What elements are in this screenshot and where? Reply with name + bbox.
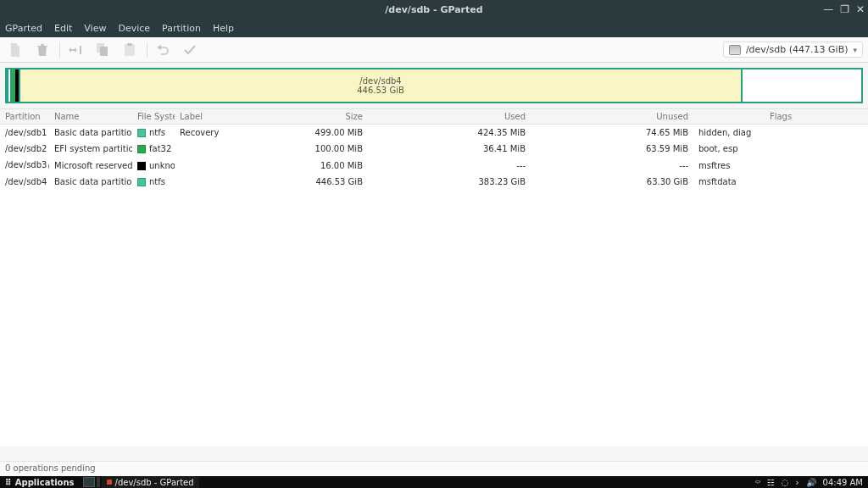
cell-filesystem: fat32 [132, 141, 175, 156]
applications-menu-button[interactable]: ⠿ Applications [0, 478, 80, 487]
new-partition-button[interactable] [5, 40, 25, 60]
delete-partition-button[interactable] [32, 40, 53, 60]
network-icon[interactable]: ☷ [767, 478, 775, 487]
bluetooth-icon[interactable]: ⌔ [755, 478, 760, 487]
cell-label: Recovery [175, 125, 222, 140]
taskbar-task-label: /dev/sdb - GParted [115, 478, 194, 487]
show-desktop-button[interactable] [83, 477, 95, 487]
resize-move-button[interactable] [65, 40, 86, 60]
cell-partition: /dev/sdb2 [0, 141, 49, 156]
taskbar-separator [97, 477, 100, 487]
toolbar-separator [147, 42, 147, 58]
graph-main-size: 446.53 GiB [357, 86, 404, 95]
header-name[interactable]: Name [49, 109, 132, 124]
cell-partition: /dev/sdb1 [0, 125, 49, 140]
cell-partition: /dev/sdb3! [0, 158, 49, 173]
status-text: 0 operations pending [5, 463, 96, 473]
menu-bar: GParted Edit View Device Partition Help [0, 19, 868, 37]
partition-table-body: /dev/sdb1Basic data partitionntfsRecover… [0, 125, 868, 446]
cell-used: 36.41 MiB [368, 141, 531, 156]
header-flags[interactable]: Flags [693, 109, 868, 124]
cell-name: Basic data partition [49, 125, 132, 140]
menu-help[interactable]: Help [213, 23, 234, 34]
desktop-taskbar: ⠿ Applications /dev/sdb - GParted ⌔ ☷ ◌ … [0, 476, 868, 488]
graph-seg-unallocated[interactable] [743, 69, 861, 102]
cell-filesystem: ntfs [132, 125, 175, 140]
hard-drive-icon [729, 45, 741, 55]
copy-partition-button[interactable] [92, 40, 113, 60]
cell-label [175, 147, 222, 152]
copy-icon [97, 43, 108, 57]
gparted-app-icon [107, 480, 112, 485]
svg-rect-2 [125, 44, 135, 56]
cell-name: Basic data partition [49, 175, 132, 189]
power-icon[interactable]: › [796, 478, 799, 487]
filesystem-swatch [137, 178, 146, 186]
paste-partition-button[interactable] [120, 40, 140, 60]
chevron-down-icon: ▾ [853, 46, 857, 54]
cell-size: 499.00 MiB [222, 125, 368, 140]
window-title: /dev/sdb - GParted [385, 4, 482, 15]
filesystem-swatch [137, 162, 146, 170]
cell-size: 100.00 MiB [222, 141, 368, 156]
header-filesystem[interactable]: File System [132, 109, 175, 124]
graph-seg-sdb4[interactable]: /dev/sdb4 446.53 GiB [19, 69, 743, 102]
filesystem-swatch [137, 129, 146, 137]
cell-flags: hidden, diag [693, 125, 868, 140]
menu-gparted[interactable]: GParted [5, 23, 42, 34]
cell-used: --- [368, 158, 531, 173]
toolbar-separator [59, 42, 60, 58]
graph-main-device: /dev/sdb4 [359, 76, 401, 86]
cell-filesystem: unknown [132, 158, 175, 173]
applications-label: Applications [15, 478, 75, 487]
svg-rect-3 [127, 43, 132, 46]
check-icon [183, 44, 197, 56]
cell-label [175, 180, 222, 185]
cell-unused: --- [531, 158, 693, 173]
cell-flags: boot, esp [693, 141, 868, 156]
device-selector[interactable]: /dev/sdb (447.13 GiB) ▾ [723, 42, 863, 58]
undo-icon [156, 44, 170, 56]
device-selector-label: /dev/sdb (447.13 GiB) [746, 44, 849, 55]
document-new-icon [9, 43, 21, 57]
menu-edit[interactable]: Edit [54, 23, 72, 34]
apply-button[interactable] [180, 40, 200, 60]
partition-table-header: Partition Name File System Label Size Us… [0, 108, 868, 125]
cell-name: Microsoft reserved partition [49, 158, 132, 173]
notifications-icon[interactable]: ◌ [782, 478, 789, 487]
system-tray: ⌔ ☷ ◌ › 🔊 04:49 AM [750, 478, 868, 487]
cell-label [175, 163, 222, 168]
partition-graph[interactable]: /dev/sdb4 446.53 GiB [5, 68, 863, 103]
header-used[interactable]: Used [368, 109, 531, 124]
table-row[interactable]: /dev/sdb1Basic data partitionntfsRecover… [0, 125, 868, 141]
taskbar-task-gparted[interactable]: /dev/sdb - GParted [102, 476, 199, 488]
menu-view[interactable]: View [84, 23, 106, 34]
menu-partition[interactable]: Partition [162, 23, 201, 34]
close-button[interactable]: ✕ [856, 3, 865, 15]
header-unused[interactable]: Unused [531, 109, 693, 124]
table-row[interactable]: /dev/sdb2EFI system partitionfat32100.00… [0, 141, 868, 157]
resize-icon [69, 44, 82, 56]
trash-icon [36, 43, 48, 57]
header-label[interactable]: Label [175, 109, 222, 124]
header-size[interactable]: Size [222, 109, 368, 124]
maximize-button[interactable]: ❐ [840, 3, 849, 15]
header-partition[interactable]: Partition [0, 109, 49, 124]
table-row[interactable]: /dev/sdb4Basic data partitionntfs446.53 … [0, 174, 868, 190]
clock[interactable]: 04:49 AM [823, 478, 863, 487]
minimize-button[interactable]: — [823, 3, 833, 15]
taskbar-tasks: /dev/sdb - GParted [83, 476, 199, 488]
partition-graph-container: /dev/sdb4 446.53 GiB [0, 63, 868, 108]
table-row[interactable]: /dev/sdb3!Microsoft reserved partitionun… [0, 157, 868, 174]
cell-unused: 63.59 MiB [531, 141, 693, 156]
menu-device[interactable]: Device [118, 23, 150, 34]
cell-unused: 74.65 MiB [531, 125, 693, 140]
cell-flags: msftdata [693, 175, 868, 189]
window-controls: — ❐ ✕ [823, 0, 865, 19]
paste-icon [124, 43, 136, 57]
cell-size: 16.00 MiB [222, 158, 368, 173]
undo-button[interactable] [153, 40, 173, 60]
grid-icon: ⠿ [5, 478, 12, 487]
volume-icon[interactable]: 🔊 [806, 478, 816, 487]
filesystem-swatch [137, 145, 146, 153]
